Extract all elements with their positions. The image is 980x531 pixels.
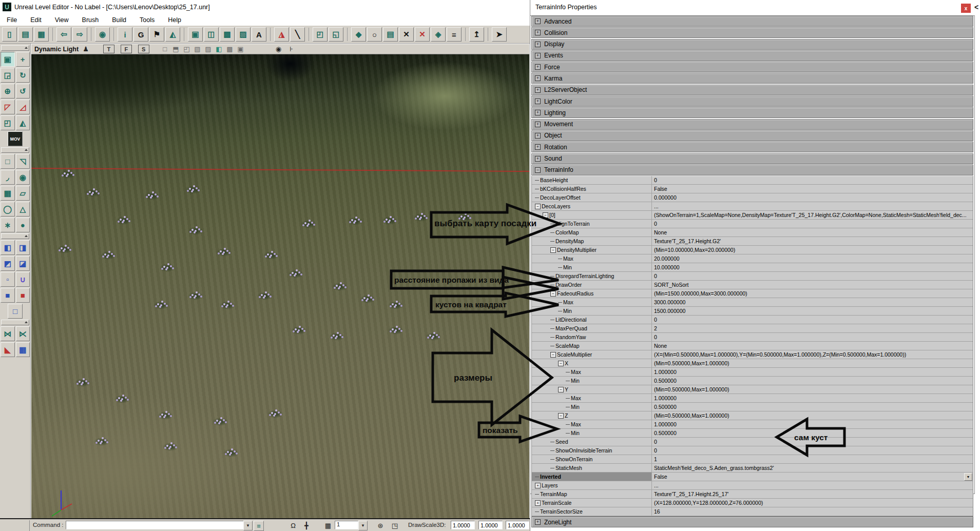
property-value[interactable]: 1.000000 [652,395,973,401]
texture-rotate-mode-button[interactable]: ↺ [16,84,30,99]
property-row-maxperquad[interactable]: MaxPerQuad2 [532,324,973,333]
category-events[interactable]: +Events [531,50,973,61]
save-map-button[interactable]: ▦ [34,27,49,42]
scene-manager-button[interactable]: ▤ [383,27,398,42]
property-row-aligntoterrain[interactable]: AlignToTerrain0 [532,220,973,228]
pin-icon[interactable]: ⊦ [290,45,293,53]
texture-usage-mode-button[interactable]: ◰ [182,45,191,53]
actor-scale-mode-button[interactable]: ⊕ [1,84,15,99]
spray-paint-button[interactable]: ◭ [165,27,180,42]
property-value[interactable]: (Min=10.000000,Max=20.000000) [652,247,973,253]
property-value[interactable]: 0 [652,334,973,340]
property-value[interactable]: 0 [652,317,973,323]
expand-icon[interactable]: − [543,212,548,218]
category-object[interactable]: +Object [531,130,973,141]
drawscale-y-input[interactable] [478,521,503,529]
group-browser-button[interactable]: ◰ [313,27,328,42]
csg-add-special-button[interactable]: ◨ [16,240,30,255]
search-actors-button[interactable]: ◉ [95,27,110,42]
property-row-disregardterrainlighting[interactable]: DisregardTerrainLighting0 [532,272,973,281]
expand-icon[interactable]: + [535,99,541,104]
open-map-button[interactable]: ▤ [18,27,33,42]
property-value[interactable]: 0 [652,439,973,445]
curved-stairs-brush-button[interactable]: ◞ [1,170,15,185]
category-sound[interactable]: +Sound [531,153,973,164]
textured-mode-button[interactable]: ▨ [203,45,213,53]
property-value[interactable]: (X=128.000000,Y=128.000000,Z=76.000000) [652,500,973,506]
menu-build[interactable]: Build [105,15,133,25]
sphere-brush-button[interactable]: ● [16,218,30,232]
expand-icon[interactable]: − [535,204,541,209]
category-movement[interactable]: +Movement [531,119,973,130]
cone-brush-button[interactable]: △ [16,202,30,217]
property-value[interactable]: None [652,343,973,349]
property-row-seed[interactable]: Seed0 [532,438,973,446]
move-snap-icon[interactable]: ╋ [302,521,311,530]
property-value[interactable]: 1 [652,456,973,462]
actor-move-mode-button[interactable]: + [16,52,30,67]
lighting-only-mode-button[interactable]: ◧ [214,45,224,53]
property-row-fadeoutradius[interactable]: −FadeoutRadius(Min=1500.000000,Max=3000.… [532,289,973,298]
face-drag-mode-button[interactable]: ◰ [1,115,15,130]
terrain-editing-button[interactable]: ◈ [431,27,446,42]
grid-size-select[interactable]: 1 [335,521,358,529]
property-value[interactable]: 0.500000 [652,378,973,384]
property-value[interactable]: 16 [652,508,973,515]
menu-help[interactable]: Help [161,15,188,25]
cube-brush-button[interactable]: □ [1,154,15,169]
staticmesh-browser-button[interactable]: ▨ [236,27,251,42]
texture-browser-button[interactable]: ▣ [188,27,203,42]
redo-button[interactable]: ⇨ [72,27,87,42]
expand-icon[interactable]: + [535,519,541,525]
geometry-mode-button[interactable]: ◆ [351,27,366,42]
property-row-decolayeroffset[interactable]: DecoLayerOffset0.000000 [532,193,973,202]
polygon-draw-mode-button[interactable]: ◿ [16,100,30,114]
add-volume-button[interactable]: ↥ [469,27,484,42]
expand-icon[interactable]: − [550,291,556,297]
value-dropdown-button[interactable]: ▼ [964,473,972,481]
actor-class-browser-button[interactable]: A [252,27,266,42]
property-row-z[interactable]: −Z(Min=0.500000,Max=1.000000) [532,411,973,420]
expand-icon[interactable]: − [558,413,564,419]
property-value[interactable]: SORT_NoSort [652,282,973,288]
dynamic-light-mode-button[interactable]: ▩ [225,45,235,53]
expand-icon[interactable]: + [535,30,541,35]
property-row-max[interactable]: Max1.000000 [532,394,973,403]
property-value[interactable]: 0 [652,221,973,227]
property-value[interactable]: ... [652,482,973,488]
eye-icon[interactable]: ◉ [276,45,281,53]
property-row-min[interactable]: Min0.500000 [532,403,973,411]
property-value[interactable]: 1.000000 [652,421,973,427]
property-row-min[interactable]: Min1500.000000 [532,307,973,316]
music-browser-button[interactable]: ▩ [220,27,235,42]
property-value[interactable]: 0.500000 [652,404,973,410]
curved-ramp-brush-button[interactable]: ◹ [16,154,30,169]
property-row-y[interactable]: −Y(Min=0.500000,Max=1.000000) [532,385,973,394]
lighting-mode-button[interactable]: ○ [367,27,382,42]
property-row-densitymap[interactable]: DensityMapTexture'T_25_17.Height.G2' [532,237,973,246]
close-icon[interactable]: x [961,4,971,13]
expand-icon[interactable]: + [535,500,541,506]
property-row-litdirectional[interactable]: LitDirectional0 [532,316,973,324]
sheet-brush-button[interactable]: ▱ [16,186,30,201]
mirror-x-button[interactable]: ⋈ [1,326,15,341]
property-value[interactable]: 0.000000 [652,194,973,201]
property-row-layers[interactable]: +Layers... [532,481,973,490]
csg-subtract-button[interactable]: ◩ [1,256,15,271]
viewport-s-button[interactable]: S [138,45,149,53]
volumetric-brush-button[interactable]: ∗ [1,218,15,232]
property-value[interactable]: 10.000000 [652,264,973,270]
spiral-stairs-brush-button[interactable]: ◉ [16,170,30,185]
property-row-x[interactable]: −X(Min=0.500000,Max=1.000000) [532,359,973,368]
lock-icon[interactable]: Ω [289,521,298,530]
property-value[interactable]: 1500.000000 [652,308,973,314]
mirror-y-button[interactable]: ⋉ [16,326,30,341]
expand-icon[interactable]: − [535,167,541,173]
maximize-viewport-icon[interactable]: ◳ [390,521,399,530]
property-value[interactable]: (Min=0.500000,Max=1.000000) [652,360,973,366]
property-value[interactable]: (Min=0.500000,Max=1.000000) [652,412,973,419]
menu-tools[interactable]: Tools [133,15,161,25]
expand-icon[interactable]: + [535,110,541,115]
property-row-showoninvisibleterrain[interactable]: ShowOnInvisibleTerrain0 [532,446,973,455]
clip-marker-2-button[interactable]: ✕ [415,27,430,42]
